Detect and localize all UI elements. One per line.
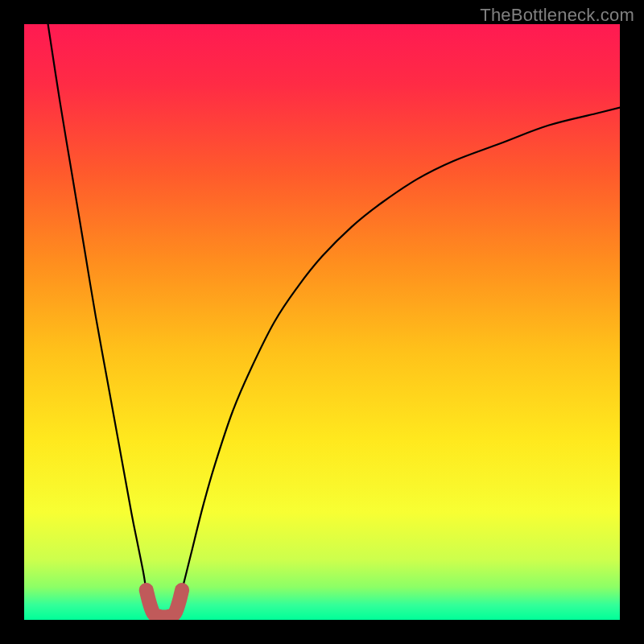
plot-area [24, 24, 620, 620]
chart-frame: TheBottleneck.com [0, 0, 644, 644]
gradient-background [24, 24, 620, 620]
bottleneck-chart [24, 24, 620, 620]
watermark-text: TheBottleneck.com [480, 5, 634, 26]
